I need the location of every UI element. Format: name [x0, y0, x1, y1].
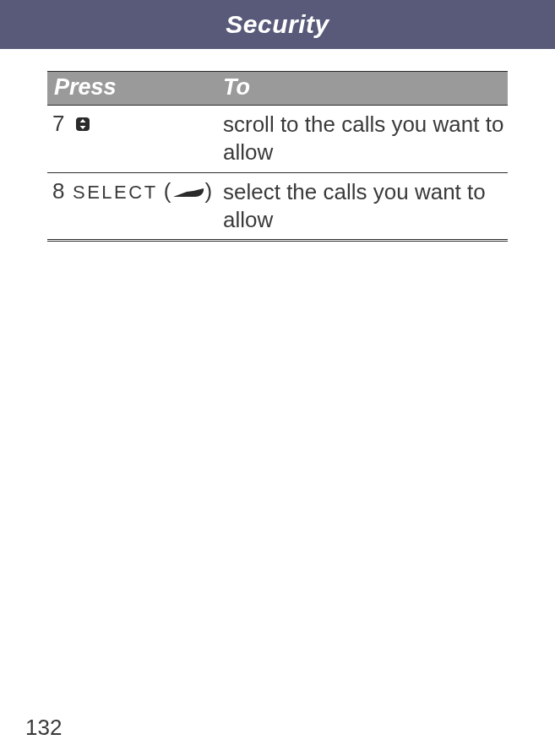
step-number: 8 [47, 172, 73, 241]
close-paren: ) [205, 178, 213, 204]
to-cell: scroll to the calls you want to allow [223, 106, 508, 173]
scroll-icon [73, 111, 93, 136]
open-paren: ( [164, 178, 171, 204]
step-number: 7 [47, 106, 73, 173]
softkey-label: SELECT [73, 182, 158, 203]
press-cell: SELECT ( ) [73, 172, 223, 241]
table-row: 7 scroll to the calls you want to allow [47, 106, 508, 173]
softkey-icon [171, 178, 205, 204]
to-cell: select the calls you want to allow [223, 172, 508, 241]
page-number: 132 [25, 715, 62, 741]
press-cell [73, 106, 223, 173]
table-header-row: Press To [47, 72, 508, 106]
col-header-press: Press [47, 72, 223, 106]
page-title: Security [226, 10, 329, 39]
page-header-band: Security [0, 0, 555, 49]
page-content: Press To 7 scroll to the calls you want … [0, 49, 555, 242]
instruction-table: Press To 7 scroll to the calls you want … [47, 71, 508, 242]
table-row: 8 SELECT ( ) select the calls you want t… [47, 172, 508, 241]
col-header-to: To [223, 72, 508, 106]
